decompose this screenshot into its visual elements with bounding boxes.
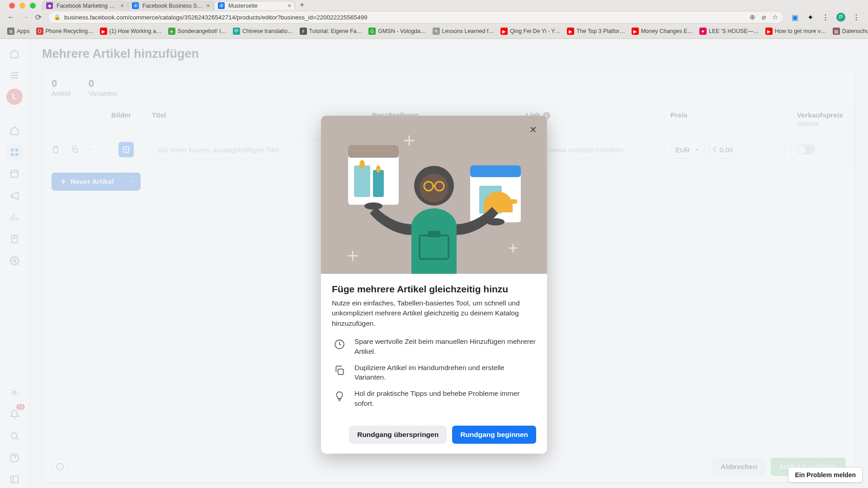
close-tab-icon[interactable]: × bbox=[206, 2, 210, 9]
svg-rect-16 bbox=[354, 165, 370, 197]
browser-tab[interactable]: ◆Facebook Marketing & Werbea× bbox=[42, 1, 128, 10]
bookmark-item[interactable]: OPhone Recycling… bbox=[36, 28, 94, 35]
svg-rect-15 bbox=[348, 145, 399, 158]
back-icon[interactable]: ← bbox=[7, 13, 15, 22]
bookmark-item[interactable]: ✎Lessons Learned f… bbox=[433, 28, 494, 35]
bookmark-label: Lessons Learned f… bbox=[442, 28, 494, 34]
modal-actions: Rundgang überspringen Rundgang beginnen bbox=[321, 423, 547, 454]
address-bar-row: ← → ⟳ 🔒 business.facebook.com/commerce/c… bbox=[0, 10, 868, 24]
lock-icon: 🔒 bbox=[54, 14, 61, 20]
modal-body: Füge mehrere Artikel gleichzeitig hinzu … bbox=[321, 274, 547, 423]
copy-icon bbox=[332, 363, 347, 378]
close-tab-icon[interactable]: × bbox=[288, 2, 291, 9]
profile-avatar-icon[interactable]: P bbox=[836, 13, 845, 22]
svg-rect-33 bbox=[338, 369, 344, 375]
clock-icon bbox=[332, 337, 347, 352]
browser-tab[interactable]: ⦿Facebook Business Suite× bbox=[128, 1, 214, 10]
bookmark-item[interactable]: ▶Money Changes E… bbox=[632, 28, 693, 35]
favicon-icon: ▤ bbox=[833, 28, 840, 35]
feature-text: Hol dir praktische Tipps und behebe Prob… bbox=[354, 389, 536, 408]
close-tab-icon[interactable]: × bbox=[120, 2, 124, 9]
zoom-icon[interactable]: ⊕ bbox=[750, 13, 755, 21]
svg-rect-21 bbox=[470, 165, 521, 177]
svg-rect-23 bbox=[510, 199, 517, 204]
tab-label: Facebook Marketing & Werbea bbox=[57, 3, 117, 9]
lightbulb-icon bbox=[332, 389, 347, 404]
bookmark-label: The Top 3 Platfor… bbox=[576, 28, 625, 34]
star-icon[interactable]: ☆ bbox=[772, 13, 778, 21]
bookmark-label: Phone Recycling… bbox=[46, 28, 94, 34]
bookmark-label: Chinese translatio… bbox=[242, 28, 293, 34]
modal-feature: Dupliziere Artikel im Handumdrehen und e… bbox=[332, 363, 536, 382]
bookmark-label: Qing Fei De Yi - Y… bbox=[510, 28, 561, 34]
start-tour-button[interactable]: Rundgang beginnen bbox=[452, 426, 536, 444]
bookmark-label: (1) How Working a… bbox=[109, 28, 162, 34]
apps-icon: ⊞ bbox=[7, 28, 14, 35]
favicon-icon: ▶ bbox=[567, 28, 574, 35]
tab-label: Facebook Business Suite bbox=[142, 3, 203, 9]
favicon-icon: ✎ bbox=[433, 28, 440, 35]
bookmark-item[interactable]: ▶How to get more v… bbox=[765, 28, 826, 35]
bookmark-label: Sonderangebot! I… bbox=[178, 28, 226, 34]
svg-point-19 bbox=[376, 165, 381, 173]
report-problem-button[interactable]: Ein Problem melden bbox=[788, 467, 863, 483]
bookmark-item[interactable]: ▶(1) How Working a… bbox=[100, 28, 162, 35]
favicon-icon: ▶ bbox=[500, 28, 508, 35]
close-icon[interactable]: ✕ bbox=[525, 122, 541, 137]
address-bar[interactable]: 🔒 business.facebook.com/commerce/catalog… bbox=[48, 11, 784, 23]
url-text: business.facebook.com/commerce/catalogs/… bbox=[64, 14, 750, 21]
bookmark-item[interactable]: GGMSN - Vologda… bbox=[368, 28, 426, 35]
bookmark-label: Money Changes E… bbox=[641, 28, 693, 34]
skip-tour-button[interactable]: Rundgang überspringen bbox=[349, 426, 447, 444]
favicon-icon: ♥ bbox=[699, 28, 707, 35]
browser-chrome: ◆Facebook Marketing & Werbea× ⦿Facebook … bbox=[0, 0, 868, 39]
favicon-icon: G bbox=[368, 28, 376, 35]
svg-rect-17 bbox=[373, 170, 384, 197]
favicon-icon: ⦿ bbox=[132, 2, 139, 9]
tab-bar: ◆Facebook Marketing & Werbea× ⦿Facebook … bbox=[0, 0, 868, 10]
bookmark-label: Datenschutz – Re… bbox=[842, 28, 868, 34]
modal-feature: Spare wertvolle Zeit beim manuellen Hinz… bbox=[332, 337, 536, 356]
favicon-icon: ◆ bbox=[46, 2, 53, 9]
bookmark-label: GMSN - Vologda… bbox=[378, 28, 426, 34]
favicon-icon: ▶ bbox=[632, 28, 639, 35]
bookmark-item[interactable]: 中Chinese translatio… bbox=[233, 28, 293, 35]
menu-icon[interactable]: ⋮ bbox=[852, 13, 861, 22]
bookmark-item[interactable]: ▤Datenschutz – Re… bbox=[833, 28, 868, 35]
favicon-icon: ⦿ bbox=[218, 2, 225, 9]
modal-hero: ✕ bbox=[321, 116, 547, 274]
bookmark-item[interactable]: ▶Qing Fei De Yi - Y… bbox=[500, 28, 561, 35]
favicon-icon: ● bbox=[168, 28, 175, 35]
bookmark-label: LEE 'S HOUSE—… bbox=[709, 28, 759, 34]
extensions-menu-icon[interactable]: ✦ bbox=[806, 13, 815, 22]
bookmark-item[interactable]: ●Sonderangebot! I… bbox=[168, 28, 226, 35]
reload-icon[interactable]: ⟳ bbox=[35, 13, 42, 22]
translate-icon[interactable]: ⌀ bbox=[762, 13, 766, 21]
svg-point-18 bbox=[359, 160, 365, 169]
extension-icon[interactable]: ▣ bbox=[790, 13, 799, 22]
bookmark-item[interactable]: ⊞Apps bbox=[7, 28, 30, 35]
browser-tab-active[interactable]: ⦿Musterseite× bbox=[214, 1, 295, 10]
favicon-icon: # bbox=[300, 28, 307, 35]
onboarding-modal: ✕ bbox=[321, 116, 547, 454]
favicon-icon: O bbox=[36, 28, 43, 35]
close-window-icon[interactable] bbox=[9, 3, 15, 9]
modal-feature: Hol dir praktische Tipps und behebe Prob… bbox=[332, 389, 536, 408]
app-root: L Mehrere Artikel hinzufügen 0Artikel 0V… bbox=[0, 39, 868, 488]
more-icon[interactable]: ⋮ bbox=[821, 13, 830, 22]
bookmark-label: How to get more v… bbox=[775, 28, 826, 34]
minimize-window-icon[interactable] bbox=[19, 3, 25, 9]
new-tab-button[interactable]: + bbox=[295, 0, 309, 10]
forward-icon[interactable]: → bbox=[21, 13, 29, 22]
maximize-window-icon[interactable] bbox=[30, 3, 36, 9]
svg-point-30 bbox=[364, 202, 382, 210]
bookmark-item[interactable]: #Tutorial: Eigene Fa… bbox=[300, 28, 363, 35]
favicon-icon: 中 bbox=[233, 28, 240, 35]
svg-rect-29 bbox=[428, 231, 440, 237]
feature-text: Spare wertvolle Zeit beim manuellen Hinz… bbox=[354, 337, 536, 356]
bookmark-item[interactable]: ▶The Top 3 Platfor… bbox=[567, 28, 625, 35]
bookmark-label: Tutorial: Eigene Fa… bbox=[309, 28, 363, 34]
modal-subtitle: Nutze ein einfaches, Tabellen-basiertes … bbox=[332, 298, 536, 328]
bookmark-item[interactable]: ♥LEE 'S HOUSE—… bbox=[699, 28, 759, 35]
feature-text: Dupliziere Artikel im Handumdrehen und e… bbox=[354, 363, 536, 382]
